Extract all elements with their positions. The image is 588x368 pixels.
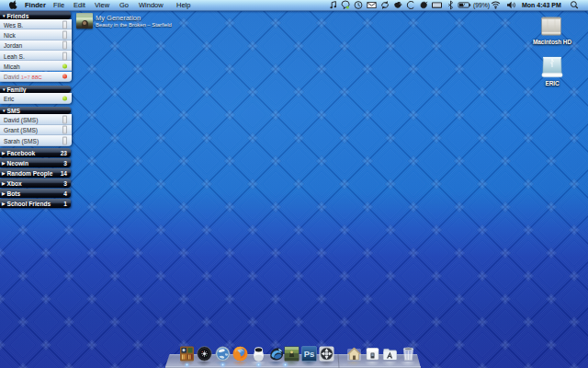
svg-text:Ps: Ps bbox=[303, 349, 314, 359]
